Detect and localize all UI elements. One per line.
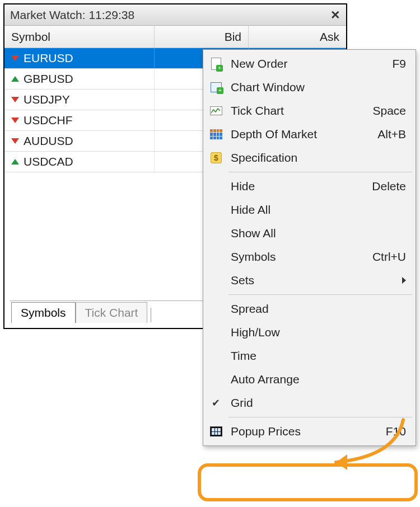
popup-prices-icon xyxy=(209,425,223,438)
symbol-cell: EURUSD xyxy=(4,48,155,68)
arrow-down-icon xyxy=(11,55,19,61)
submenu-arrow-icon xyxy=(402,277,406,284)
symbol-cell: USDCHF xyxy=(4,110,155,130)
menu-new-order[interactable]: + New Order F9 xyxy=(205,52,414,76)
new-order-icon: + xyxy=(209,57,223,71)
context-menu: + New Order F9 + Chart Window Tick Chart… xyxy=(203,49,416,446)
menu-depth-of-market[interactable]: Depth Of Market Alt+B xyxy=(205,123,414,146)
menu-spread[interactable]: Spread xyxy=(205,297,414,321)
symbol-cell: GBPUSD xyxy=(4,69,155,89)
symbol-cell: USDJPY xyxy=(4,90,155,110)
annotation-highlight xyxy=(198,463,418,501)
menu-dom-label: Depth Of Market xyxy=(231,128,377,141)
close-button[interactable]: ✕ xyxy=(328,9,343,21)
column-header-bid[interactable]: Bid xyxy=(155,26,249,48)
symbol-label: USDCAD xyxy=(24,155,73,168)
menu-separator xyxy=(228,294,412,295)
menu-popup-prices-label: Popup Prices xyxy=(231,425,386,438)
menu-symbols-accel: Ctrl+U xyxy=(372,250,406,264)
bottom-tabs: Symbols Tick Chart xyxy=(11,302,151,322)
menu-auto-arrange-label: Auto Arrange xyxy=(231,373,406,386)
menu-separator xyxy=(228,417,412,417)
arrow-down-icon xyxy=(11,138,19,144)
arrow-down-icon xyxy=(11,97,19,102)
menu-tick-chart[interactable]: Tick Chart Space xyxy=(205,99,414,123)
symbol-label: GBPUSD xyxy=(24,72,73,86)
tab-tick-chart[interactable]: Tick Chart xyxy=(76,302,148,323)
menu-show-all[interactable]: Show All xyxy=(205,222,414,245)
menu-new-order-accel: F9 xyxy=(392,57,406,71)
menu-symbols[interactable]: Symbols Ctrl+U xyxy=(205,245,414,269)
tab-symbols[interactable]: Symbols xyxy=(11,302,76,323)
arrow-down-icon xyxy=(11,118,19,123)
symbol-cell: AUDUSD xyxy=(4,131,155,151)
column-header-ask[interactable]: Ask xyxy=(249,26,346,48)
menu-tick-chart-accel: Space xyxy=(372,104,406,118)
menu-time-label: Time xyxy=(231,349,406,363)
menu-specification[interactable]: $ Specification xyxy=(205,146,414,170)
window-title: Market Watch: 11:29:38 xyxy=(10,8,134,22)
symbol-label: AUDUSD xyxy=(24,134,73,148)
column-headers: Symbol Bid Ask xyxy=(4,26,346,48)
menu-separator xyxy=(228,172,412,172)
menu-hide-accel: Delete xyxy=(372,180,406,193)
symbol-label: EURUSD xyxy=(24,51,73,65)
menu-hide-label: Hide xyxy=(231,180,372,193)
depth-of-market-icon xyxy=(209,128,223,141)
menu-hide-all[interactable]: Hide All xyxy=(205,198,414,222)
symbol-cell: USDCAD xyxy=(4,152,155,172)
menu-popup-prices[interactable]: Popup Prices F10 xyxy=(205,420,414,443)
menu-dom-accel: Alt+B xyxy=(377,128,406,141)
menu-sets-label: Sets xyxy=(231,274,396,287)
menu-auto-arrange[interactable]: Auto Arrange xyxy=(205,368,414,391)
menu-symbols-label: Symbols xyxy=(231,250,372,264)
menu-chart-window[interactable]: + Chart Window xyxy=(205,76,414,99)
specification-icon: $ xyxy=(209,151,223,165)
tick-chart-icon xyxy=(209,104,223,118)
column-header-symbol[interactable]: Symbol xyxy=(4,26,155,48)
menu-tick-chart-label: Tick Chart xyxy=(231,104,372,118)
arrow-up-icon xyxy=(11,159,19,165)
chart-window-icon: + xyxy=(209,81,223,94)
menu-spec-label: Specification xyxy=(231,151,406,165)
menu-hide-all-label: Hide All xyxy=(231,203,406,217)
symbol-label: USDJPY xyxy=(24,93,70,106)
titlebar: Market Watch: 11:29:38 ✕ xyxy=(4,4,346,26)
close-icon: ✕ xyxy=(330,8,340,22)
check-icon: ✔ xyxy=(212,397,220,409)
menu-grid[interactable]: ✔ Grid xyxy=(205,391,414,415)
menu-hide[interactable]: Hide Delete xyxy=(205,175,414,198)
menu-grid-label: Grid xyxy=(231,396,406,410)
arrow-up-icon xyxy=(11,76,19,82)
tab-separator xyxy=(151,308,151,322)
menu-show-all-label: Show All xyxy=(231,227,406,240)
menu-high-low[interactable]: High/Low xyxy=(205,321,414,344)
menu-popup-prices-accel: F10 xyxy=(386,425,406,438)
svg-marker-0 xyxy=(336,454,347,470)
menu-chart-window-label: Chart Window xyxy=(231,81,406,94)
menu-high-low-label: High/Low xyxy=(231,326,406,339)
menu-sets[interactable]: Sets xyxy=(205,269,414,292)
menu-spread-label: Spread xyxy=(231,302,406,316)
menu-new-order-label: New Order xyxy=(231,57,392,71)
menu-time[interactable]: Time xyxy=(205,344,414,368)
symbol-label: USDCHF xyxy=(24,114,73,127)
